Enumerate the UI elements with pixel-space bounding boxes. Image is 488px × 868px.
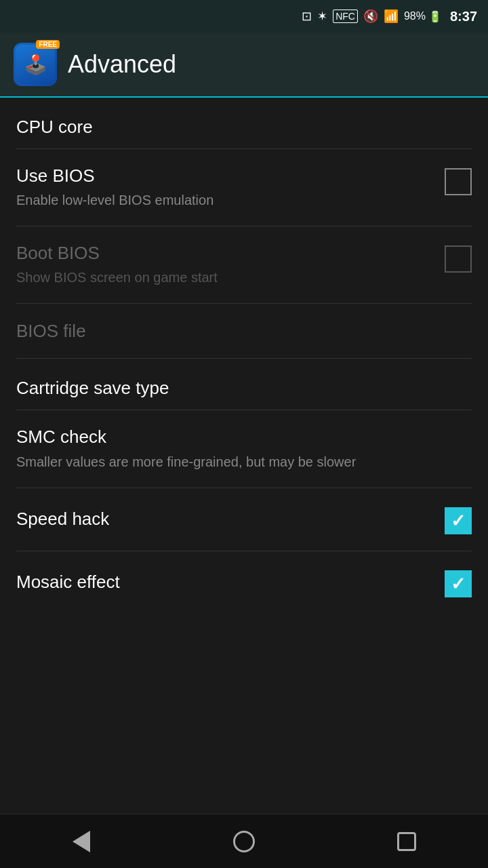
setting-use-bios-title: Use BIOS: [16, 165, 434, 186]
recents-icon: [397, 832, 416, 851]
checkbox-use-bios[interactable]: [445, 168, 472, 195]
status-icons: ⊡ ✶ NFC 🔇 📶 98% 🔋 8:37: [302, 9, 477, 24]
page-title: Advanced: [68, 50, 176, 79]
section-cpu-core: CPU core: [0, 98, 488, 149]
setting-mosaic-effect-title: Mosaic effect: [16, 572, 434, 593]
battery-icon: 🔋: [428, 10, 442, 23]
setting-bios-file-title: BIOS file: [16, 321, 472, 342]
setting-use-bios[interactable]: Use BIOS Enable low-level BIOS emulation: [0, 149, 488, 226]
setting-boot-bios-text: Boot BIOS Show BIOS screen on game start: [16, 243, 434, 287]
screenshot-icon: ⊡: [302, 9, 312, 24]
setting-speed-hack[interactable]: Speed hack ✓: [0, 488, 488, 551]
setting-smc-check-title: SMC check: [16, 427, 472, 448]
app-icon-symbol: 🕹️: [24, 54, 47, 76]
checkbox-mosaic-effect[interactable]: ✓: [445, 570, 472, 597]
setting-smc-check[interactable]: SMC check Smaller values are more fine-g…: [0, 410, 488, 487]
setting-boot-bios-desc: Show BIOS screen on game start: [16, 268, 434, 287]
status-bar: ⊡ ✶ NFC 🔇 📶 98% 🔋 8:37: [0, 0, 488, 33]
setting-smc-check-text: SMC check Smaller values are more fine-g…: [16, 427, 472, 471]
setting-bios-file-text: BIOS file: [16, 321, 472, 342]
app-header: 🕹️ FREE Advanced: [0, 33, 488, 98]
setting-speed-hack-title: Speed hack: [16, 509, 434, 530]
setting-mosaic-effect-text: Mosaic effect: [16, 572, 434, 593]
app-icon: 🕹️ FREE: [14, 43, 57, 86]
setting-speed-hack-text: Speed hack: [16, 509, 434, 530]
back-icon: [73, 831, 90, 852]
bluetooth-icon: ✶: [317, 9, 327, 24]
setting-bios-file[interactable]: BIOS file: [0, 304, 488, 358]
back-button[interactable]: [41, 814, 122, 869]
setting-mosaic-effect[interactable]: Mosaic effect ✓: [0, 551, 488, 614]
battery-indicator: 98% 🔋: [404, 10, 442, 23]
setting-use-bios-text: Use BIOS Enable low-level BIOS emulation: [16, 165, 434, 210]
checkbox-boot-bios[interactable]: [445, 245, 472, 273]
section-cartridge: Cartridge save type: [0, 359, 488, 410]
battery-percent: 98%: [404, 10, 426, 22]
recents-button[interactable]: [366, 814, 447, 869]
checkbox-speed-hack[interactable]: ✓: [445, 507, 472, 534]
app-icon-inner: 🕹️: [16, 45, 55, 84]
clock: 8:37: [450, 9, 477, 24]
nfc-icon: NFC: [333, 9, 358, 23]
mute-icon: 🔇: [363, 9, 378, 24]
setting-use-bios-desc: Enable low-level BIOS emulation: [16, 191, 434, 210]
app-icon-badge: FREE: [36, 40, 60, 49]
checkmark-mosaic-effect: ✓: [451, 575, 466, 593]
home-icon: [233, 831, 255, 852]
home-button[interactable]: [203, 814, 285, 869]
setting-boot-bios[interactable]: Boot BIOS Show BIOS screen on game start: [0, 226, 488, 303]
wifi-icon: 📶: [384, 9, 399, 24]
setting-smc-check-desc: Smaller values are more fine-grained, bu…: [16, 452, 472, 471]
settings-content: CPU core Use BIOS Enable low-level BIOS …: [0, 98, 488, 814]
bottom-navigation: [0, 814, 488, 868]
setting-boot-bios-title: Boot BIOS: [16, 243, 434, 264]
checkmark-speed-hack: ✓: [451, 512, 466, 530]
